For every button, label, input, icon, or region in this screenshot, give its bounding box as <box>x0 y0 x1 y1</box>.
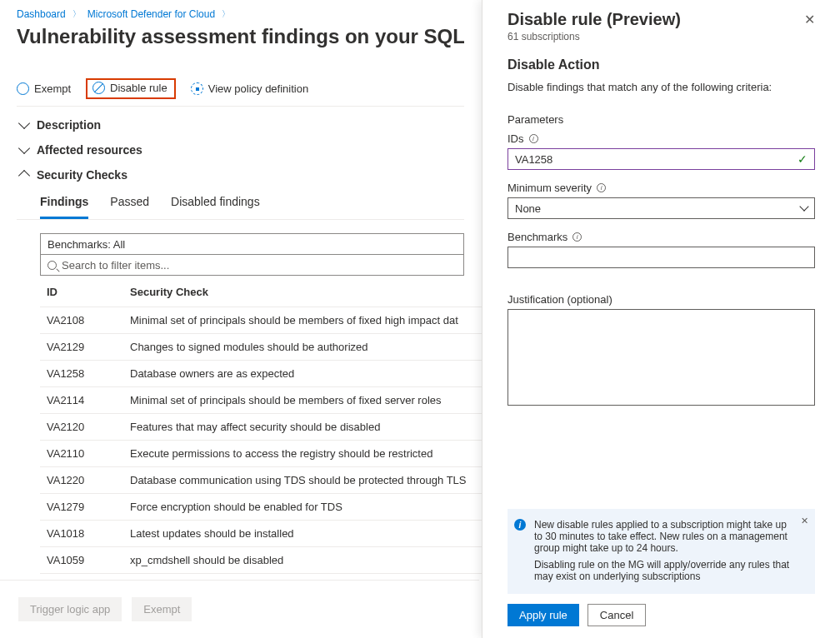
info-icon[interactable]: i <box>597 183 606 192</box>
info-banner: i ✕ New disable rules applied to a subsc… <box>508 509 815 594</box>
disable-action-heading: Disable Action <box>508 57 815 72</box>
table-row[interactable]: VA2129Changes to signed modules should b… <box>40 334 488 361</box>
breadcrumb-item-dashboard[interactable]: Dashboard <box>17 8 66 20</box>
view-policy-button[interactable]: View policy definition <box>191 82 308 95</box>
table-row[interactable]: VA2120Features that may affect security … <box>40 414 488 441</box>
tabs: Findings Passed Disabled findings <box>17 182 464 220</box>
bottom-toolbar: Trigger logic app Exempt <box>0 580 479 638</box>
cell-security-check: Force encryption should be enabled for T… <box>123 494 488 521</box>
minimum-severity-label: Minimum severityi <box>508 182 815 194</box>
search-icon <box>48 261 57 270</box>
table-row[interactable]: VA1059xp_cmdshell should be disabled <box>40 547 488 574</box>
chevron-up-icon <box>18 170 30 182</box>
benchmarks-input[interactable] <box>508 247 815 268</box>
table-row[interactable]: VA2110Execute permissions to access the … <box>40 441 488 467</box>
toolbar: Exempt Disable rule View policy definiti… <box>17 73 464 107</box>
panel-title: Disable rule (Preview) <box>508 10 681 29</box>
cell-id: VA1279 <box>40 494 123 521</box>
cell-security-check: Latest updates should be installed <box>123 521 488 547</box>
cell-id: VA2120 <box>40 414 123 441</box>
tab-disabled-findings[interactable]: Disabled findings <box>171 195 260 219</box>
minimum-severity-select[interactable]: None <box>508 197 815 219</box>
table-row[interactable]: VA2114Minimal set of principals should b… <box>40 387 488 414</box>
table-row[interactable]: VA2108Minimal set of principals should b… <box>40 307 488 334</box>
info-icon: i <box>514 519 526 531</box>
section-description[interactable]: Description <box>17 107 464 132</box>
cell-security-check: Minimal set of principals should be memb… <box>123 307 488 334</box>
cell-id: VA2108 <box>40 307 123 334</box>
page-title: Vulnerability assessment findings on you… <box>17 25 464 48</box>
exempt-button[interactable]: Exempt <box>17 82 71 95</box>
info-icon[interactable]: i <box>572 232 582 242</box>
column-security-check[interactable]: Security Check <box>123 276 488 307</box>
ids-label: IDsi <box>508 132 815 145</box>
cell-id: VA1258 <box>40 361 123 387</box>
search-input[interactable]: Search to filter items... <box>40 254 464 276</box>
breadcrumb: Dashboard 〉 Microsoft Defender for Cloud… <box>17 8 464 20</box>
cell-security-check: Features that may affect security should… <box>123 414 488 441</box>
chevron-down-icon <box>799 202 808 211</box>
table-row[interactable]: VA1220Database communication using TDS s… <box>40 467 488 494</box>
exempt-icon <box>17 82 29 95</box>
benchmarks-filter[interactable]: Benchmarks: All <box>40 233 464 255</box>
chevron-right-icon: 〉 <box>72 8 81 20</box>
panel-subtitle: 61 subscriptions <box>508 31 681 42</box>
policy-icon <box>191 82 203 95</box>
checkmark-icon: ✓ <box>798 152 808 166</box>
column-id[interactable]: ID <box>40 276 123 307</box>
table-row[interactable]: VA1279Force encryption should be enabled… <box>40 494 488 521</box>
cell-id: VA1059 <box>40 547 123 574</box>
banner-text-2: Disabling rule on the MG will apply/over… <box>534 559 792 582</box>
trigger-logic-app-button[interactable]: Trigger logic app <box>18 597 122 621</box>
cell-id: VA2114 <box>40 387 123 414</box>
justification-label: Justification (optional) <box>508 293 815 306</box>
justification-textarea[interactable] <box>508 309 815 406</box>
disable-action-description: Disable findings that match any of the f… <box>508 81 815 93</box>
close-icon[interactable]: ✕ <box>801 516 808 526</box>
ids-input[interactable]: VA1258 ✓ <box>508 148 815 170</box>
close-icon[interactable]: ✕ <box>804 10 815 27</box>
cell-id: VA2129 <box>40 334 123 361</box>
breadcrumb-item-defender[interactable]: Microsoft Defender for Cloud <box>88 8 215 20</box>
tab-findings[interactable]: Findings <box>40 195 88 219</box>
chevron-down-icon <box>18 117 30 129</box>
cell-id: VA2110 <box>40 441 123 467</box>
cell-security-check: Database owners are as expected <box>123 361 488 387</box>
info-icon[interactable]: i <box>529 134 538 143</box>
table-row[interactable]: VA1258Database owners are as expected <box>40 361 488 387</box>
cell-security-check: Minimal set of principals should be memb… <box>123 387 488 414</box>
cell-security-check: Database communication using TDS should … <box>123 467 488 494</box>
cell-security-check: xp_cmdshell should be disabled <box>123 547 488 574</box>
table-row[interactable]: VA1018Latest updates should be installed <box>40 521 488 547</box>
findings-table: ID Security Check VA2108Minimal set of p… <box>40 276 488 574</box>
parameters-heading: Parameters <box>508 113 815 126</box>
banner-text-1: New disable rules applied to a subscript… <box>534 519 792 554</box>
exempt-bottom-button[interactable]: Exempt <box>132 597 192 621</box>
tab-passed[interactable]: Passed <box>110 195 149 219</box>
cell-id: VA1018 <box>40 521 123 547</box>
chevron-right-icon: 〉 <box>222 8 230 20</box>
apply-rule-button[interactable]: Apply rule <box>508 604 579 626</box>
section-security-checks[interactable]: Security Checks <box>17 157 464 182</box>
chevron-down-icon <box>18 142 30 154</box>
disable-rule-button[interactable]: Disable rule <box>86 78 176 99</box>
cell-id: VA1220 <box>40 467 123 494</box>
cancel-button[interactable]: Cancel <box>588 604 646 626</box>
disable-rule-panel: Disable rule (Preview) 61 subscriptions … <box>482 0 840 638</box>
benchmarks-label: Benchmarksi <box>508 231 815 243</box>
cell-security-check: Execute permissions to access the regist… <box>123 441 488 467</box>
section-affected-resources[interactable]: Affected resources <box>17 132 464 157</box>
cell-security-check: Changes to signed modules should be auth… <box>123 334 488 361</box>
disable-icon <box>92 82 105 94</box>
